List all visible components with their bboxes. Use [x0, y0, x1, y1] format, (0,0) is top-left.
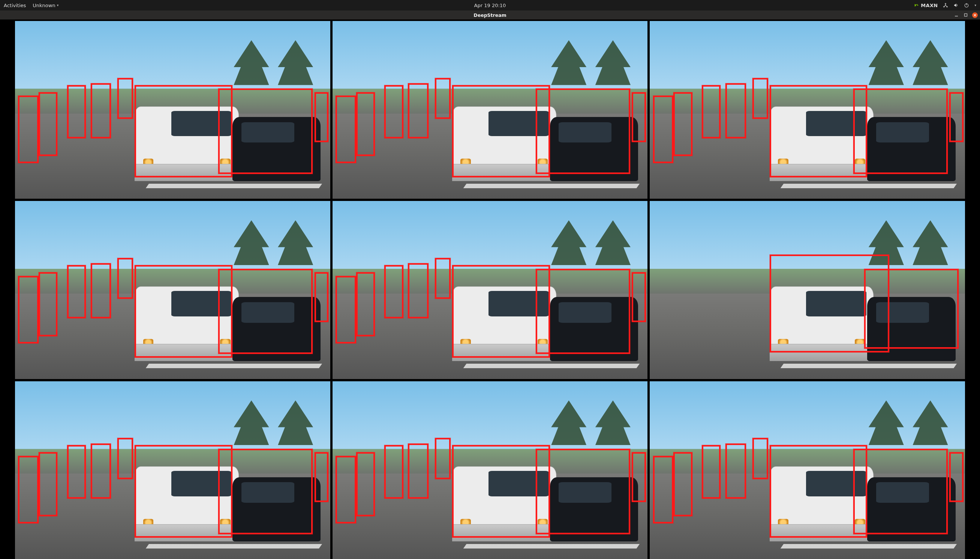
- road-line-layer: [146, 544, 322, 549]
- network-icon[interactable]: [943, 3, 948, 8]
- detection-bbox-person: [314, 92, 329, 142]
- svg-point-2: [947, 7, 947, 7]
- trees-layer: [547, 215, 635, 265]
- video-tile: [15, 201, 330, 379]
- detection-bbox-person: [117, 258, 133, 299]
- detection-bbox-person: [356, 452, 375, 516]
- road-line-layer: [146, 364, 322, 368]
- window-maximize-button[interactable]: [963, 12, 968, 18]
- detection-bbox-person: [725, 443, 746, 499]
- video-tile: [332, 201, 648, 379]
- road-line-layer: [780, 544, 957, 549]
- detection-bbox-person: [314, 452, 329, 502]
- road-line-layer: [780, 184, 957, 188]
- video-tile: [650, 21, 965, 199]
- detection-bbox-person: [435, 438, 451, 479]
- detection-bbox-person: [653, 96, 674, 163]
- power-icon[interactable]: [964, 3, 969, 8]
- detection-bbox-person: [949, 92, 963, 142]
- window-title: DeepStream: [474, 12, 506, 18]
- detection-bbox-person: [384, 85, 403, 138]
- detection-bbox-person: [356, 272, 375, 336]
- detection-bbox-person: [67, 265, 86, 318]
- svg-point-0: [945, 3, 946, 4]
- detection-bbox-person: [91, 443, 111, 499]
- gnome-top-bar: Activities Unknown ▾ Apr 19 20:10 MAXN ▾: [0, 0, 980, 10]
- road-line-layer: [463, 184, 640, 188]
- detection-bbox-car: [853, 88, 948, 174]
- trees-layer: [864, 395, 952, 445]
- road-line-layer: [146, 184, 322, 188]
- video-tile: [15, 21, 330, 199]
- detection-bbox-person: [67, 445, 86, 498]
- detection-bbox-car: [218, 269, 313, 354]
- video-tile: [332, 21, 648, 199]
- detection-bbox-person: [384, 445, 403, 498]
- svg-rect-4: [964, 14, 967, 17]
- trees-layer: [230, 215, 317, 265]
- detection-bbox-person: [18, 276, 39, 343]
- power-mode-label: MAXN: [921, 3, 938, 8]
- detection-bbox-car: [452, 265, 550, 358]
- detection-bbox-person: [702, 445, 721, 498]
- app-menu-label: Unknown: [33, 3, 55, 8]
- detection-bbox-person: [408, 83, 428, 138]
- detection-bbox-person: [356, 92, 375, 156]
- detection-bbox-person: [752, 78, 768, 119]
- detection-bbox-car: [536, 269, 630, 354]
- road-line-layer: [463, 364, 640, 368]
- trees-layer: [230, 35, 317, 85]
- detection-bbox-car: [853, 449, 948, 534]
- detection-bbox-person: [435, 78, 451, 119]
- detection-bbox-person: [91, 83, 111, 138]
- clock[interactable]: Apr 19 20:10: [474, 3, 506, 8]
- detection-bbox-car: [135, 445, 233, 538]
- detection-bbox-person: [653, 456, 674, 523]
- trees-layer: [864, 35, 952, 85]
- trees-layer: [547, 35, 635, 85]
- detection-bbox-person: [18, 96, 39, 163]
- detection-bbox-person: [725, 83, 746, 138]
- detection-bbox-car: [218, 449, 313, 534]
- detection-bbox-person: [39, 452, 57, 516]
- detection-bbox-person: [632, 452, 646, 502]
- detection-bbox-person: [752, 438, 768, 479]
- road-line-layer: [780, 364, 957, 368]
- detection-bbox-person: [435, 258, 451, 299]
- detection-bbox-car: [135, 265, 233, 358]
- detection-bbox-car: [770, 445, 868, 538]
- detection-bbox-car: [452, 85, 550, 178]
- detection-bbox-car: [135, 85, 233, 178]
- detection-bbox-person: [335, 276, 356, 343]
- window-minimize-button[interactable]: [954, 12, 959, 18]
- app-menu[interactable]: Unknown ▾: [33, 3, 58, 8]
- detection-bbox-person: [117, 78, 133, 119]
- detection-bbox-person: [67, 85, 86, 138]
- detection-bbox-person: [384, 265, 403, 318]
- video-tile: [650, 381, 965, 559]
- detection-bbox-person: [39, 272, 57, 336]
- detection-bbox-car: [536, 449, 630, 534]
- detection-bbox-person: [91, 263, 111, 318]
- activities-button[interactable]: Activities: [4, 3, 26, 8]
- detection-bbox-person: [408, 263, 428, 318]
- nvidia-logo-icon: [914, 3, 919, 8]
- video-tile: [332, 381, 648, 559]
- power-mode-indicator[interactable]: MAXN: [914, 3, 938, 8]
- detection-bbox-person: [335, 96, 356, 163]
- svg-point-1: [944, 7, 944, 7]
- video-tile: [650, 201, 965, 379]
- detection-bbox-person: [117, 438, 133, 479]
- detection-bbox-person: [18, 456, 39, 523]
- chevron-down-icon: ▾: [57, 3, 59, 7]
- system-menu-chevron-icon[interactable]: ▾: [974, 3, 976, 7]
- detection-bbox-person: [314, 272, 329, 322]
- window-close-button[interactable]: [972, 12, 978, 18]
- detection-bbox-person: [39, 92, 57, 156]
- detection-bbox-person: [335, 456, 356, 523]
- video-stage: [0, 20, 980, 559]
- detection-bbox-person: [632, 92, 646, 142]
- detection-bbox-car: [536, 88, 630, 174]
- detection-bbox-person: [632, 272, 646, 322]
- volume-icon[interactable]: [954, 3, 959, 8]
